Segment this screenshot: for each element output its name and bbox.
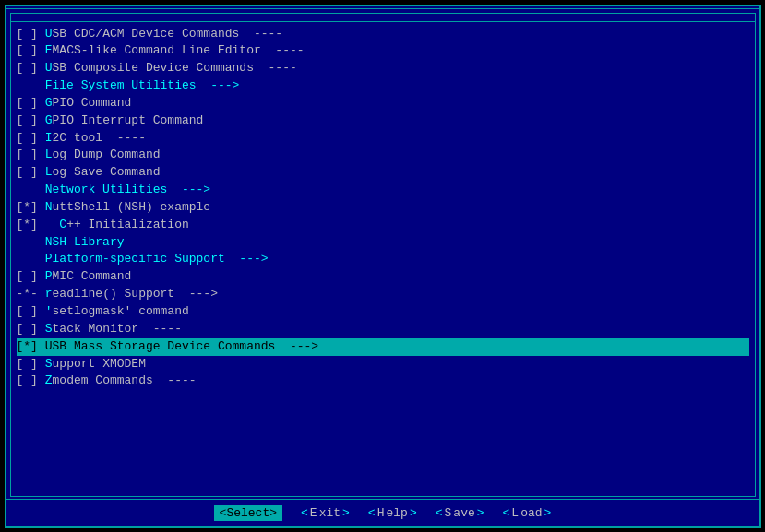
menu-item[interactable]: [ ] Stack Monitor ---- [17,321,749,338]
menu-item[interactable]: [ ] PMIC Command [17,268,749,286]
menu-item[interactable]: NSH Library [17,234,749,252]
menu-item[interactable]: Platform-specific Support ---> [17,251,749,268]
breadcrumb [6,9,759,11]
terminal-window: [ ] USB CDC/ACM Device Commands ----[ ] … [5,5,761,528]
menu-item[interactable]: [ ] Zmodem Commands ---- [17,372,749,390]
bottom-button-select[interactable]: <Select> [214,505,282,521]
menu-item[interactable]: [ ] Log Save Command [17,164,749,182]
menu-item[interactable]: [ ] Support XMODEM [17,356,749,373]
menu-item[interactable]: -*- readline() Support ---> [17,286,749,303]
bottom-button-help[interactable]: < Help > [368,505,417,521]
bottom-button-load[interactable]: < Load > [503,505,552,521]
bottom-button-exit[interactable]: < Exit > [301,505,350,521]
menu-item[interactable]: [ ] EMACS-like Command Line Editor ---- [17,42,749,60]
menu-item[interactable]: File System Utilities ---> [17,77,749,95]
menu-item[interactable]: [ ] GPIO Interrupt Command [17,112,749,130]
menu-item[interactable]: [ ] I2C tool ---- [17,130,749,148]
menu-item[interactable]: [*] NuttShell (NSH) example [17,199,749,217]
menu-item[interactable]: [ ] 'setlogmask' command [17,303,749,321]
main-content: [ ] USB CDC/ACM Device Commands ----[ ] … [10,13,756,497]
menu-item[interactable]: [ ] GPIO Command [17,95,749,112]
menu-item[interactable]: [ ] USB CDC/ACM Device Commands ---- [17,26,749,43]
menu-item[interactable]: [*] C++ Initialization [17,217,749,234]
menu-item[interactable]: Network Utilities ---> [17,182,749,199]
menu-item[interactable]: [*] USB Mass Storage Device Commands ---… [17,338,749,356]
bottom-button-save[interactable]: < Save > [436,505,484,521]
menu-area[interactable]: [ ] USB CDC/ACM Device Commands ----[ ] … [11,22,755,496]
bottom-bar: <Select>< Exit >< Help >< Save >< Load > [6,499,759,526]
menu-item[interactable]: [ ] USB Composite Device Commands ---- [17,60,749,77]
menu-item[interactable]: [ ] Log Dump Command [17,147,749,164]
